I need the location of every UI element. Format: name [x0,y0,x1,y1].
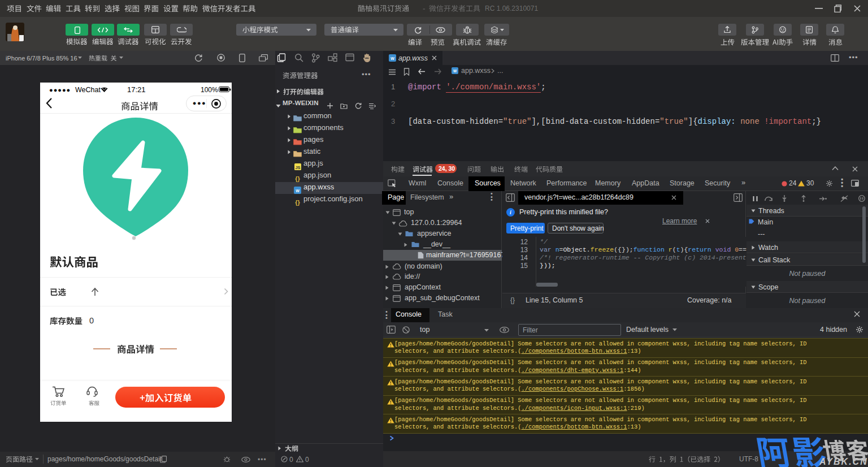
svg-text:i: i [510,209,511,215]
svg-text:{}: {} [295,175,300,182]
svg-text:W: W [453,69,457,73]
svg-text:{}: {} [295,199,300,206]
svg-text:JS: JS [295,165,300,170]
svg-text:W: W [390,57,394,60]
svg-text:W: W [296,189,300,193]
